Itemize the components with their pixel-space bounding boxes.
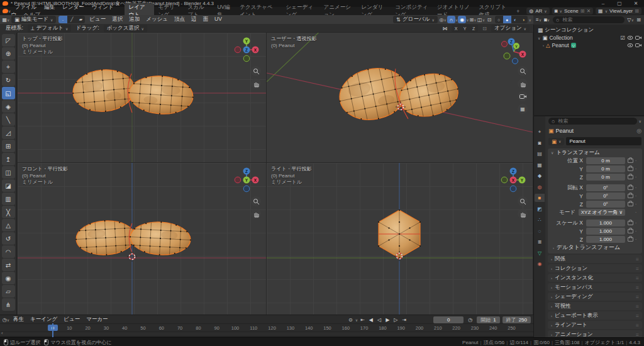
drag-dropdown[interactable]: ボックス選択∨ (104, 25, 147, 32)
timeline-menu-キーイング[interactable]: キーイング (27, 316, 60, 322)
animate-dot-icon[interactable]: · (633, 220, 638, 226)
viewlayer-selector[interactable]: ▦∨ViewLayer⊞ (596, 8, 641, 14)
transform-row-field[interactable]: 0 m (586, 174, 625, 181)
bevel-tool[interactable]: ◪ (2, 179, 15, 192)
animate-dot-icon[interactable]: · (633, 185, 638, 191)
expand-icon[interactable]: › (543, 43, 544, 47)
checkbox-icon[interactable]: ☑ (620, 35, 625, 41)
display-mode-icon[interactable]: ◙∨ (543, 16, 551, 24)
physics-tab[interactable]: ◌ (535, 227, 545, 235)
viewport-menu-辺[interactable]: 辺 (188, 16, 200, 22)
navigation-gizmo[interactable]: Z Y X (499, 165, 528, 194)
play-button[interactable]: ▶ (384, 317, 391, 323)
lock-icon[interactable] (628, 194, 633, 198)
animate-dot-icon[interactable]: · (633, 174, 638, 180)
mirror-X-button[interactable]: X (452, 25, 460, 32)
properties-search-input[interactable] (557, 118, 616, 125)
orientation-dropdown[interactable]: ⇅グローバル∨ (393, 16, 438, 23)
timeline-menu-再生[interactable]: 再生 (10, 316, 27, 322)
pan-hand-icon[interactable] (518, 79, 528, 89)
delta-transform-row[interactable]: › デルタトランスフォーム (548, 243, 642, 252)
viewlayer-tab[interactable]: ▦ (535, 161, 545, 169)
transform-row-field[interactable]: 1.000 (586, 220, 625, 226)
face-select-button[interactable]: ▰ (76, 16, 85, 23)
animate-dot-icon[interactable]: · (633, 237, 638, 242)
current-frame-field[interactable]: 0 (433, 316, 464, 323)
material-shading-button[interactable]: ◐ (511, 16, 519, 23)
viewport-menu-頂点[interactable]: 頂点 (171, 16, 188, 22)
viewport-menu-ビュー[interactable]: ビュー (86, 16, 109, 22)
eye-icon[interactable] (627, 35, 633, 40)
snap-magnet-icon[interactable]: ∩ (447, 16, 455, 23)
jump-to-start-button[interactable]: ⇤ (358, 317, 367, 323)
play-reverse-button[interactable]: ◁ (375, 317, 383, 323)
zoom-icon[interactable] (518, 196, 528, 206)
loop-cut-tool[interactable]: ▥ (2, 193, 15, 205)
outliner-editor-icon[interactable]: ≡∨ (535, 16, 543, 24)
knife-tool[interactable]: ╳ (2, 206, 15, 218)
lock-icon[interactable] (628, 167, 633, 171)
shrink-fatten-tool[interactable]: ◉ (2, 272, 15, 284)
camera-icon[interactable] (635, 43, 641, 48)
navigation-gizmo[interactable]: Z X Y (232, 165, 261, 194)
zoom-icon[interactable] (251, 66, 261, 76)
navigation-gizmo[interactable]: Y X Z (232, 35, 261, 64)
transform-panel-header[interactable]: ∨ トランスフォーム (548, 148, 642, 157)
jump-to-end-button[interactable]: ⇥ (400, 317, 408, 323)
snap-target-icon[interactable]: ⊡ (480, 25, 489, 32)
zoom-icon[interactable] (251, 196, 261, 206)
transform-tool[interactable]: ◈ (2, 100, 15, 113)
lock-icon[interactable] (628, 186, 633, 190)
editor-type-icon[interactable]: ▦∨ (2, 16, 10, 23)
chevron-down-icon[interactable]: ∨ (639, 119, 641, 123)
tool-tab[interactable]: ⌖ (535, 128, 545, 136)
section-インスタンス化[interactable]: ›インスタンス化≡ (548, 274, 642, 282)
section-関係[interactable]: ›関係≡ (548, 255, 642, 263)
section-モーションパス[interactable]: ›モーションパス≡ (548, 283, 642, 291)
camera-icon[interactable] (635, 35, 641, 40)
collapse-icon[interactable]: ∨ (538, 36, 540, 40)
use-preview-range-icon[interactable]: ◷ (466, 316, 474, 323)
animate-dot-icon[interactable]: · (633, 166, 638, 172)
transform-row-field[interactable]: 0 m (586, 165, 625, 172)
menu-ファイル[interactable]: ファイル (11, 4, 40, 10)
new-scene-icon[interactable]: ⊞ (580, 8, 585, 14)
lock-icon[interactable] (628, 159, 633, 163)
close-button[interactable]: ✕ (628, 1, 644, 6)
render-tab[interactable]: ◙ (535, 139, 545, 147)
cursor-tool[interactable]: ⊕ (2, 47, 15, 60)
mesh-data-icon[interactable]: ▽ (571, 43, 577, 48)
mode-selector[interactable]: ◍AR∨ (526, 8, 550, 14)
pivot-point-icon[interactable]: ◎∨ (439, 16, 447, 23)
shear-tool[interactable]: ▱ (2, 285, 15, 298)
section-コレクション[interactable]: ›コレクション≡ (548, 264, 642, 272)
eye-icon[interactable] (627, 43, 633, 48)
output-tab[interactable]: ▤ (535, 150, 545, 158)
viewport-right[interactable]: ライト・平行投影 (0) Peanut ミリメートル Z Y X (267, 163, 533, 315)
section-ビューポート表示[interactable]: ›ビューポート表示≡ (548, 311, 642, 320)
smooth-tool[interactable]: ◠ (2, 245, 15, 258)
lock-icon[interactable] (628, 221, 633, 225)
expand-channels-icon[interactable]: ‹ (1, 330, 3, 336)
timeline-track[interactable]: ‹ (0, 332, 533, 337)
object-row[interactable]: › △ Peanut ▽ (534, 42, 644, 49)
lock-icon[interactable] (628, 202, 633, 206)
transform-row-field[interactable]: 1.000 (586, 236, 625, 243)
solid-shading-button[interactable]: ● (503, 16, 511, 23)
viewport-menu-追加[interactable]: 追加 (126, 16, 143, 22)
unlink-scene-icon[interactable]: ✕ (586, 8, 591, 14)
navigation-gizmo[interactable]: Z Y X (499, 35, 528, 64)
rip-region-tool[interactable]: ⋔ (2, 298, 15, 311)
material-tab[interactable]: ◉ (535, 260, 545, 268)
viewport-menu-選択[interactable]: 選択 (109, 16, 126, 22)
move-tool[interactable]: + (2, 60, 15, 73)
menu-編集[interactable]: 編集 (40, 4, 58, 10)
constraints-tab[interactable]: ≣ (535, 238, 545, 246)
section-可視性[interactable]: ›可視性≡ (548, 302, 642, 310)
scene-selector[interactable]: ◙∨Scene⊞✕ (552, 8, 593, 14)
new-collection-icon[interactable]: ⊞ (635, 16, 643, 24)
world-tab[interactable]: ◍ (535, 183, 545, 191)
add-cube-tool[interactable]: ⊞ (2, 140, 15, 152)
ortho-grid-icon[interactable]: ▦ (518, 104, 528, 114)
animate-dot-icon[interactable]: · (633, 158, 638, 164)
